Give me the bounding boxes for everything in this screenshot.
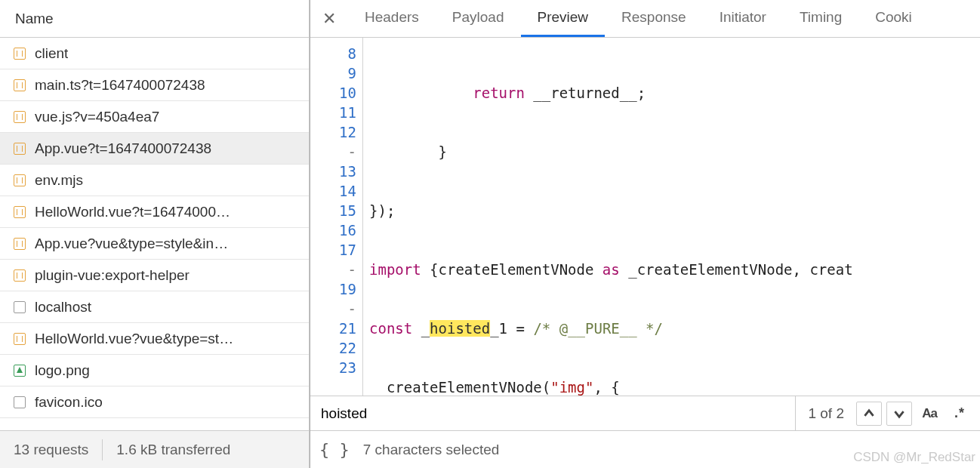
script-file-icon xyxy=(14,269,26,282)
file-item-label: vue.js?v=450a4ea7 xyxy=(35,109,159,125)
line-number: 10 xyxy=(310,83,356,103)
line-number: - xyxy=(310,260,356,279)
file-item[interactable]: plugin-vue:export-helper xyxy=(0,260,309,291)
search-bar: 1 of 2 Aa .* xyxy=(310,396,980,430)
tabs-row: ✕ HeadersPayloadPreviewResponseInitiator… xyxy=(310,0,980,38)
line-number: 16 xyxy=(310,220,356,240)
tab-preview[interactable]: Preview xyxy=(521,0,606,37)
file-item[interactable]: vue.js?v=450a4ea7 xyxy=(0,101,309,133)
file-item-label: logo.png xyxy=(35,362,90,379)
file-item-label: HelloWorld.vue?vue&type=st… xyxy=(35,331,233,347)
file-item[interactable]: HelloWorld.vue?vue&type=st… xyxy=(0,323,309,355)
tab-timing[interactable]: Timing xyxy=(783,0,858,37)
file-item[interactable]: App.vue?t=1647400072438 xyxy=(0,133,309,165)
search-match-highlight: hoisted xyxy=(430,320,490,337)
script-file-icon xyxy=(14,333,26,345)
line-number: 11 xyxy=(310,103,356,122)
script-file-icon xyxy=(14,48,26,60)
file-item[interactable]: localhost xyxy=(0,291,309,323)
file-item[interactable]: favicon.ico xyxy=(0,386,309,418)
image-file-icon xyxy=(14,365,26,377)
match-case-button[interactable]: Aa xyxy=(917,402,942,426)
line-number: 14 xyxy=(310,181,356,201)
script-file-icon xyxy=(14,238,26,250)
file-item-label: localhost xyxy=(35,299,91,316)
search-match-count: 1 of 2 xyxy=(800,405,852,422)
line-number: 9 xyxy=(310,63,356,83)
selection-status: 7 characters selected xyxy=(363,442,500,458)
prev-match-button[interactable] xyxy=(856,402,882,426)
network-summary: 13 requests 1.6 kB transferred xyxy=(0,430,310,468)
tab-payload[interactable]: Payload xyxy=(436,0,521,37)
script-file-icon xyxy=(14,143,26,155)
file-item[interactable]: HelloWorld.vue?t=16474000… xyxy=(0,196,309,228)
pretty-print-icon[interactable]: { } xyxy=(319,440,350,459)
line-number: 22 xyxy=(310,338,356,358)
tab-initiator[interactable]: Initiator xyxy=(703,0,783,37)
line-number: 15 xyxy=(310,201,356,220)
file-item[interactable]: env.mjs xyxy=(0,165,309,196)
network-file-panel: Name clientmain.ts?t=1647400072438vue.js… xyxy=(0,0,310,468)
file-item-label: env.mjs xyxy=(35,172,83,189)
regex-button[interactable]: .* xyxy=(947,402,972,426)
file-item-label: HelloWorld.vue?t=16474000… xyxy=(35,204,230,220)
file-item-label: main.ts?t=1647400072438 xyxy=(35,77,205,94)
watermark: CSDN @Mr_RedStar xyxy=(853,450,975,465)
file-item-label: favicon.ico xyxy=(35,394,103,411)
file-item[interactable]: App.vue?vue&type=style&in… xyxy=(0,228,309,260)
requests-count: 13 requests xyxy=(0,442,102,458)
document-file-icon xyxy=(14,301,26,313)
file-item-label: App.vue?t=1647400072438 xyxy=(35,140,211,157)
line-number: 12 xyxy=(310,122,356,142)
tab-headers[interactable]: Headers xyxy=(348,0,436,37)
file-item[interactable]: client xyxy=(0,38,309,69)
transferred-size: 1.6 kB transferred xyxy=(103,442,244,458)
line-number: 21 xyxy=(310,319,356,338)
line-number: - xyxy=(310,142,356,162)
line-number: 23 xyxy=(310,358,356,377)
close-icon[interactable]: ✕ xyxy=(310,0,348,37)
code-preview[interactable]: 89101112-1314151617-19-212223 return __r… xyxy=(310,38,980,396)
file-item[interactable]: main.ts?t=1647400072438 xyxy=(0,69,309,101)
status-bar: { } 7 characters selected CSDN @Mr_RedSt… xyxy=(310,430,980,468)
file-item[interactable]: logo.png xyxy=(0,355,309,386)
document-file-icon xyxy=(14,396,26,408)
line-number: 13 xyxy=(310,162,356,181)
line-number: 8 xyxy=(310,44,356,63)
search-input[interactable] xyxy=(310,396,796,430)
script-file-icon xyxy=(14,206,26,218)
line-number: - xyxy=(310,299,356,319)
line-number: 19 xyxy=(310,279,356,299)
file-item-label: plugin-vue:export-helper xyxy=(35,267,190,284)
tab-response[interactable]: Response xyxy=(605,0,703,37)
file-list: clientmain.ts?t=1647400072438vue.js?v=45… xyxy=(0,38,310,430)
script-file-icon xyxy=(14,79,26,91)
script-file-icon xyxy=(14,111,26,123)
file-list-header-label: Name xyxy=(15,11,54,27)
tab-cooki[interactable]: Cooki xyxy=(858,0,929,37)
next-match-button[interactable] xyxy=(886,402,912,426)
file-list-header[interactable]: Name xyxy=(0,0,310,38)
line-gutter: 89101112-1314151617-19-212223 xyxy=(310,38,363,396)
response-panel: ✕ HeadersPayloadPreviewResponseInitiator… xyxy=(310,0,980,468)
line-number: 17 xyxy=(310,240,356,260)
file-item-label: App.vue?vue&type=style&in… xyxy=(35,236,228,252)
code-body[interactable]: return __returned__; } }); import {creat… xyxy=(363,38,980,396)
script-file-icon xyxy=(14,174,26,186)
file-item-label: client xyxy=(35,45,68,62)
